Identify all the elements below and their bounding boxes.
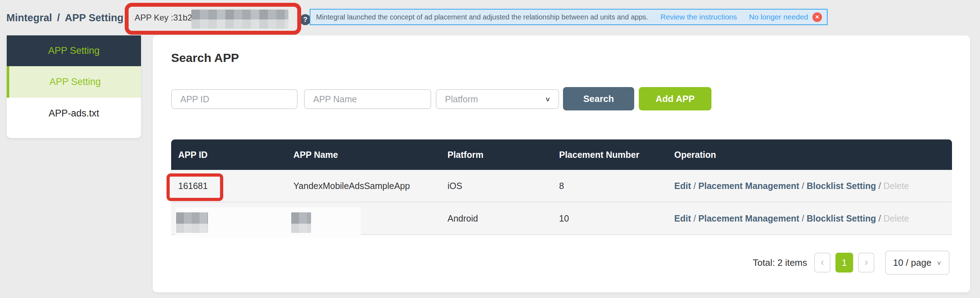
chevron-down-icon: ∨ [936, 259, 942, 266]
sidebar-item-app-setting[interactable]: APP Setting [7, 66, 141, 98]
header-operation: Operation [674, 139, 952, 170]
op-separator: / [691, 181, 698, 191]
pagination: Total: 2 items ‹ 1 › 10 / page ∨ [753, 250, 950, 275]
app-key-label: APP Key : [135, 13, 173, 23]
app-key-redaction-blur [191, 10, 288, 29]
breadcrumb: Mintegral / APP Setting [6, 0, 123, 35]
help-icon[interactable]: ? [300, 14, 311, 25]
next-page-button[interactable]: › [858, 253, 874, 273]
op-separator: / [691, 213, 698, 224]
op-separator: / [799, 213, 807, 224]
page-size-label: 10 / page [893, 257, 931, 268]
chevron-right-icon: › [864, 256, 868, 268]
page-1-button[interactable]: 1 [835, 253, 853, 273]
prev-page-button[interactable]: ‹ [814, 253, 830, 273]
edit-link[interactable]: Edit [674, 181, 691, 191]
delete-link-disabled: Delete [883, 213, 909, 224]
banner-message: Mintegral launched the concept of ad pla… [316, 13, 648, 21]
blocklist-setting-link[interactable]: Blocklist Setting [807, 181, 876, 191]
cell-platform: Android [447, 203, 559, 234]
edit-link[interactable]: Edit [674, 213, 691, 224]
review-instructions-link[interactable]: Review the instructions [660, 13, 737, 21]
header-platform: Platform [447, 139, 559, 170]
table-header-row: APP ID APP Name Platform Placement Numbe… [171, 139, 952, 170]
page-size-select[interactable]: 10 / page ∨ [885, 250, 950, 275]
header-app-name: APP Name [293, 139, 447, 170]
op-separator: / [876, 213, 884, 224]
cell-operation: Edit / Placement Management / Blocklist … [674, 170, 952, 202]
chevron-left-icon: ‹ [821, 256, 824, 268]
placement-management-link[interactable]: Placement Management [698, 213, 799, 224]
chevron-down-icon: ∨ [545, 95, 550, 103]
breadcrumb-separator: / [57, 12, 60, 24]
sidebar-header: APP Setting [7, 35, 141, 66]
pagination-total: Total: 2 items [753, 257, 807, 268]
placement-management-link[interactable]: Placement Management [698, 181, 799, 191]
row2-app-name-redaction-blur [291, 212, 311, 233]
main-content-card: Search APP Platform ∨ Search Add APP APP… [153, 35, 970, 292]
header-placement-number: Placement Number [559, 139, 674, 170]
delete-link-disabled: Delete [883, 181, 909, 191]
table-row: 161681 YandexMobileAdsSampleApp iOS 8 Ed… [171, 170, 952, 203]
header-app-id: APP ID [171, 139, 293, 170]
page-title: Search APP [171, 51, 239, 65]
cell-placement-number: 10 [559, 203, 674, 234]
cell-app-name: YandexMobileAdsSampleApp [293, 170, 447, 202]
breadcrumb-current: APP Setting [65, 12, 123, 24]
op-separator: / [799, 181, 807, 191]
op-separator: / [876, 181, 884, 191]
cell-app-id: 161681 [171, 170, 293, 202]
banner-close-icon[interactable]: × [812, 13, 822, 22]
no-longer-needed-link[interactable]: No longer needed [749, 13, 808, 21]
sidebar-item-app-ads-txt[interactable]: APP-ads.txt [7, 98, 141, 129]
app-name-input[interactable] [304, 89, 431, 109]
cell-platform: iOS [447, 170, 559, 202]
blocklist-setting-link[interactable]: Blocklist Setting [807, 213, 876, 224]
row2-app-id-redaction-blur [176, 212, 208, 233]
platform-select-placeholder: Platform [445, 94, 478, 105]
notice-banner: Mintegral launched the concept of ad pla… [310, 9, 828, 25]
add-app-button[interactable]: Add APP [639, 87, 711, 111]
search-button[interactable]: Search [563, 87, 634, 111]
sidebar: APP Setting APP Setting APP-ads.txt [7, 35, 141, 138]
breadcrumb-root[interactable]: Mintegral [6, 12, 52, 24]
cell-operation: Edit / Placement Management / Blocklist … [674, 203, 952, 234]
cell-placement-number: 8 [559, 170, 674, 202]
app-id-input[interactable] [171, 89, 298, 109]
platform-select[interactable]: Platform ∨ [436, 89, 559, 109]
